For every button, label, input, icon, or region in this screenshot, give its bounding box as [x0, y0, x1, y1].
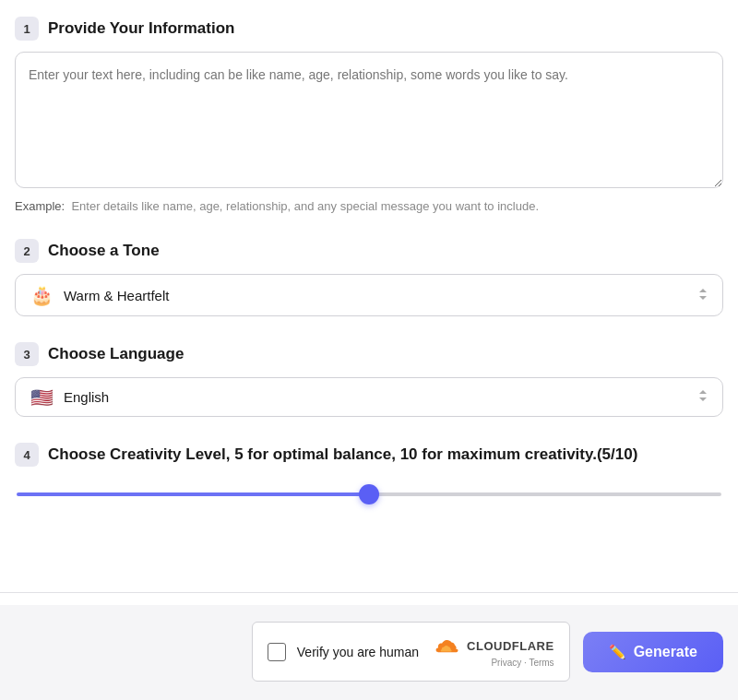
generate-label: Generate — [634, 644, 697, 660]
tone-dropdown[interactable]: 🎂 Warm & Heartfelt — [15, 274, 723, 316]
step1-section: 1 Provide Your Information Example: Ente… — [15, 17, 723, 213]
bottom-area: Verify you are human CLOUDFLARE Privacy … — [0, 605, 738, 700]
cf-verify-text: Verify you are human — [297, 645, 419, 659]
step4-number: 4 — [15, 443, 39, 467]
cf-brand-text: CLOUDFLARE — [467, 639, 554, 653]
tone-label: Warm & Heartfelt — [64, 288, 687, 303]
cloudflare-widget: Verify you are human CLOUDFLARE Privacy … — [252, 622, 570, 682]
step3-title: Choose Language — [48, 345, 184, 363]
cf-checkbox[interactable] — [268, 643, 286, 661]
step2-title: Choose a Tone — [48, 242, 160, 260]
example-content: Enter details like name, age, relationsh… — [71, 199, 539, 213]
generate-button[interactable]: ✏️ Generate — [583, 632, 723, 672]
step4-header: 4 Choose Creativity Level, 5 for optimal… — [15, 443, 723, 467]
info-textarea[interactable] — [15, 52, 723, 188]
step1-number: 1 — [15, 17, 39, 41]
example-line: Example: Enter details like name, age, r… — [15, 199, 723, 213]
language-chevron-icon — [696, 387, 709, 407]
language-label: English — [64, 389, 687, 405]
cf-terms-link[interactable]: Terms — [529, 658, 554, 668]
step3-header: 3 Choose Language — [15, 342, 723, 366]
cf-links: Privacy · Terms — [491, 658, 554, 668]
language-dropdown[interactable]: 🇺🇸 English — [15, 377, 723, 417]
step4-title: Choose Creativity Level, 5 for optimal b… — [48, 445, 637, 464]
generate-pencil-icon: ✏️ — [609, 644, 626, 660]
creativity-slider-container — [15, 483, 723, 500]
main-container: 1 Provide Your Information Example: Ente… — [0, 0, 738, 700]
tone-emoji: 🎂 — [29, 284, 54, 306]
step2-number: 2 — [15, 239, 39, 263]
step2-section: 2 Choose a Tone 🎂 Warm & Heartfelt — [15, 239, 723, 316]
example-label: Example: — [15, 199, 65, 213]
step3-number: 3 — [15, 342, 39, 366]
tone-chevron-icon — [696, 286, 709, 305]
language-flag: 🇺🇸 — [29, 388, 54, 407]
step1-header: 1 Provide Your Information — [15, 17, 723, 41]
cf-dot: · — [524, 658, 527, 668]
step1-title: Provide Your Information — [48, 19, 234, 38]
step2-header: 2 Choose a Tone — [15, 239, 723, 263]
bottom-divider — [0, 592, 738, 593]
step3-section: 3 Choose Language 🇺🇸 English — [15, 342, 723, 417]
step4-section: 4 Choose Creativity Level, 5 for optimal… — [15, 443, 723, 500]
creativity-slider[interactable] — [17, 492, 721, 496]
cf-branding: CLOUDFLARE Privacy · Terms — [430, 635, 554, 668]
cf-privacy-link[interactable]: Privacy — [491, 658, 521, 668]
cf-cloud-icon — [430, 635, 463, 656]
cf-logo: CLOUDFLARE — [430, 635, 554, 656]
